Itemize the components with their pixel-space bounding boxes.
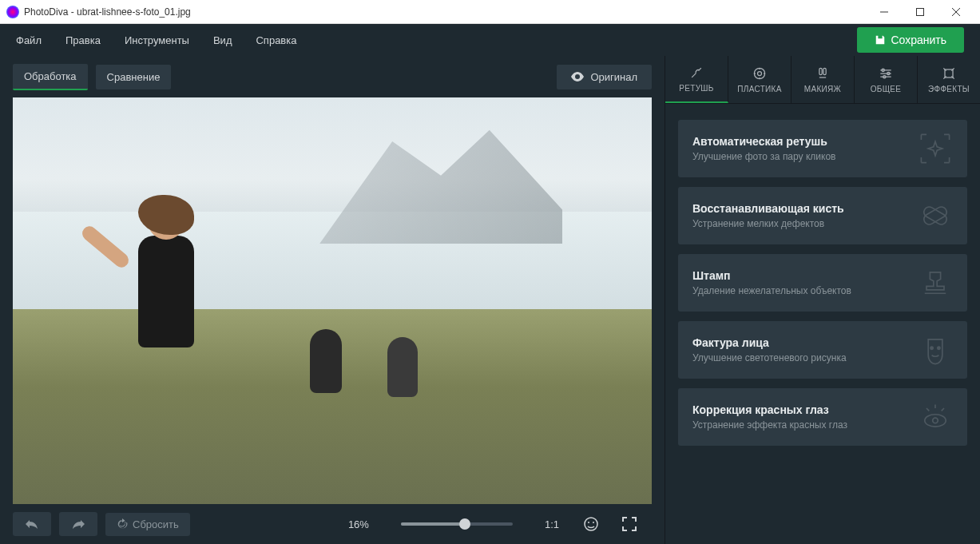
save-label: Сохранить: [891, 34, 946, 46]
svg-point-19: [925, 415, 946, 427]
card-texture-title: Фактура лица: [692, 336, 918, 349]
fullscreen-icon[interactable]: [621, 516, 637, 532]
card-healing-brush[interactable]: Восстанавливающая кисть Устранение мелки…: [678, 187, 967, 244]
maximize-button[interactable]: [902, 1, 938, 23]
original-label: Оригинал: [590, 71, 637, 83]
original-button[interactable]: Оригинал: [557, 65, 652, 89]
stamp-icon: [918, 265, 953, 300]
tooltab-effects[interactable]: ЭФФЕКТЫ: [918, 56, 980, 103]
tooltab-general-label: ОБЩЕЕ: [871, 85, 902, 93]
menu-edit[interactable]: Правка: [65, 34, 101, 46]
face-detect-icon[interactable]: [583, 516, 599, 532]
redo-button[interactable]: [59, 512, 97, 536]
menu-file[interactable]: Файл: [16, 34, 42, 46]
tooltab-liquify-label: ПЛАСТИКА: [737, 85, 781, 93]
tooltab-retouch[interactable]: РЕТУШЬ: [665, 56, 728, 103]
photo-canvas[interactable]: [13, 97, 652, 504]
liquify-icon: [751, 66, 768, 81]
face-mask-icon: [918, 332, 953, 367]
svg-point-8: [758, 72, 762, 76]
card-redeye-title: Коррекция красных глаз: [692, 403, 918, 416]
zoom-value: 16%: [348, 518, 369, 530]
card-heal-desc: Устранение мелких дефектов: [692, 218, 918, 229]
refresh-icon: [117, 518, 128, 530]
menu-view[interactable]: Вид: [213, 34, 232, 46]
app-logo: [6, 6, 19, 18]
card-stamp-desc: Удаление нежелательных объектов: [692, 285, 918, 296]
sliders-icon: [877, 66, 895, 81]
tab-process[interactable]: Обработка: [13, 64, 88, 90]
photo-image: [13, 97, 652, 504]
save-icon: [875, 34, 886, 46]
card-stamp-title: Штамп: [692, 269, 918, 282]
sparkle-icon: [918, 131, 953, 166]
card-heal-title: Восстанавливающая кисть: [692, 202, 918, 215]
menu-help[interactable]: Справка: [256, 34, 296, 46]
tooltab-makeup[interactable]: МАКИЯЖ: [792, 56, 855, 103]
makeup-icon: [814, 66, 831, 81]
tooltab-general[interactable]: ОБЩЕЕ: [855, 56, 918, 103]
tooltab-effects-label: ЭФФЕКТЫ: [928, 85, 970, 93]
reset-button[interactable]: Сбросить: [105, 513, 190, 536]
svg-rect-1: [916, 8, 923, 15]
save-button[interactable]: Сохранить: [857, 27, 964, 53]
svg-point-4: [585, 518, 597, 530]
reset-label: Сбросить: [133, 518, 179, 530]
svg-point-6: [593, 522, 594, 523]
window-title: PhotoDiva - ubrat-lishnee-s-foto_01.jpg: [24, 6, 866, 18]
card-redeye-desc: Устранение эффекта красных глаз: [692, 419, 918, 431]
svg-rect-10: [823, 68, 826, 74]
svg-point-7: [754, 68, 764, 78]
card-auto-retouch[interactable]: Автоматическая ретушь Улучшение фото за …: [678, 120, 967, 177]
effects-icon: [940, 66, 958, 81]
svg-point-20: [933, 418, 938, 423]
close-button[interactable]: [938, 1, 974, 23]
minimize-button[interactable]: [866, 1, 902, 23]
card-stamp[interactable]: Штамп Удаление нежелательных объектов: [678, 254, 967, 312]
svg-point-17: [930, 347, 933, 349]
tooltab-retouch-label: РЕТУШЬ: [679, 84, 713, 93]
card-auto-title: Автоматическая ретушь: [692, 135, 918, 148]
card-texture-desc: Улучшение светотеневого рисунка: [692, 352, 918, 363]
eye-icon: [571, 72, 584, 81]
menu-tools[interactable]: Инструменты: [125, 34, 189, 46]
tab-compare[interactable]: Сравнение: [96, 65, 172, 89]
eye-rays-icon: [918, 399, 953, 435]
card-red-eye[interactable]: Коррекция красных глаз Устранение эффект…: [678, 388, 967, 446]
undo-button[interactable]: [13, 512, 51, 536]
card-face-texture[interactable]: Фактура лица Улучшение светотеневого рис…: [678, 321, 967, 379]
tooltab-makeup-label: МАКИЯЖ: [804, 85, 841, 93]
retouch-icon: [688, 65, 705, 81]
svg-rect-9: [819, 68, 822, 74]
bandage-icon: [918, 198, 953, 233]
svg-point-5: [588, 522, 589, 523]
svg-point-18: [938, 347, 940, 349]
ratio-button[interactable]: 1:1: [545, 518, 559, 530]
zoom-slider[interactable]: [401, 522, 513, 526]
tooltab-liquify[interactable]: ПЛАСТИКА: [728, 56, 792, 103]
card-auto-desc: Улучшение фото за пару кликов: [692, 151, 918, 162]
